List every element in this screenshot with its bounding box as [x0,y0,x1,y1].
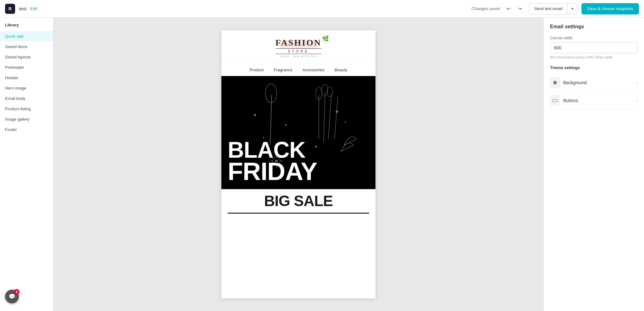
nav-item-beauty[interactable]: Beauty [335,68,347,72]
buttons-chevron-icon: › [636,98,638,103]
buttons-label: Buttons [563,98,578,103]
hero-black-friday-text: BLACK FRIDAY [228,140,369,183]
email-hero-section: ✦ ✦ · ✦ ✦ ✦ [221,76,375,189]
redo-button[interactable]: ↪ [515,4,525,14]
chat-icon: 💬 [8,293,15,300]
send-test-group: Send test email ▾ [529,3,578,14]
nav-item-fragrance[interactable]: Fragrance [274,68,292,72]
fashion-logo-store: STORE [275,48,322,54]
sidebar-item-hero-image[interactable]: Hero image [0,83,53,93]
fashion-logo-text: FASHION [275,38,322,48]
hero-text-block: BLACK FRIDAY [221,140,375,189]
save-choose-recipients-button[interactable]: Save & choose recipients [581,3,639,14]
canvas-width-input[interactable] [550,42,638,53]
buttons-icon [550,95,560,106]
save-status: Changes saved [471,6,500,11]
background-icon-svg [552,80,558,85]
app-logo: R [5,4,15,14]
email-settings-title: Email settings [550,24,638,30]
sidebar-item-footer[interactable]: Footer [0,124,53,135]
sidebar-item-preheader[interactable]: Preheader [0,62,53,73]
buttons-row[interactable]: Buttons › [550,92,638,110]
leaf-decoration: 🌿 [322,35,329,42]
background-label: Background [563,80,587,85]
buttons-row-left: Buttons [550,95,578,106]
fashion-logo-tagline: SINCE · 80% WITH YOU [275,55,322,57]
sidebar-item-product-listing[interactable]: Product listing [0,104,53,114]
sidebar-item-saved-items[interactable]: Saved items [0,41,53,52]
background-icon [550,78,560,88]
canvas-area: FASHION STORE SINCE · 80% WITH YOU 🌿 Pro… [53,18,543,311]
hero-friday-text: FRIDAY [228,160,369,183]
library-title: Library [0,23,53,31]
chat-badge: 9 [14,289,19,295]
sidebar-item-image-gallery[interactable]: Image gallery [0,114,53,124]
svg-rect-26 [552,99,558,102]
email-preview: FASHION STORE SINCE · 80% WITH YOU 🌿 Pro… [221,30,375,298]
background-row[interactable]: Background › [550,74,638,92]
nav-item-product[interactable]: Product [250,68,264,72]
theme-settings-title: Theme settings [550,65,638,70]
email-logo-section: FASHION STORE SINCE · 80% WITH YOU 🌿 [221,30,375,63]
sidebar-item-email-body[interactable]: Email body [0,93,53,104]
big-sale-text: BIG SALE [228,189,369,214]
right-panel: Email settings Canvas width We recommend… [543,18,644,311]
sidebar-item-quick-add[interactable]: Quick add [0,31,53,41]
main-layout: Library Quick add Saved items Saved layo… [0,18,644,311]
canvas-width-label: Canvas width [550,36,638,40]
email-navigation: Product Fragrance Accessories Beauty [221,63,375,76]
sidebar-item-saved-layouts[interactable]: Saved layouts [0,52,53,62]
edit-link[interactable]: Edit [30,6,37,11]
undo-redo-group: ↩ ↪ [504,4,525,14]
fashion-logo: FASHION STORE SINCE · 80% WITH YOU 🌿 [275,38,322,58]
nav-item-accessories[interactable]: Accessories [303,68,325,72]
sidebar: Library Quick add Saved items Saved layo… [0,18,53,311]
sidebar-item-header[interactable]: Header [0,73,53,83]
buttons-icon-svg [552,99,558,102]
canvas-width-hint: We recommend using a 600-700px width [550,55,638,59]
email-sale-section: BIG SALE [221,189,375,214]
send-test-dropdown-button[interactable]: ▾ [568,3,578,14]
send-test-button[interactable]: Send test email [529,3,568,14]
background-row-left: Background [550,78,587,88]
background-chevron-icon: › [636,80,638,85]
topbar: R test Edit Changes saved ↩ ↪ Send test … [0,0,644,18]
svg-point-25 [554,82,556,84]
chat-bubble[interactable]: 💬 9 [5,290,19,303]
undo-button[interactable]: ↩ [504,4,514,14]
project-name: test [19,6,26,11]
